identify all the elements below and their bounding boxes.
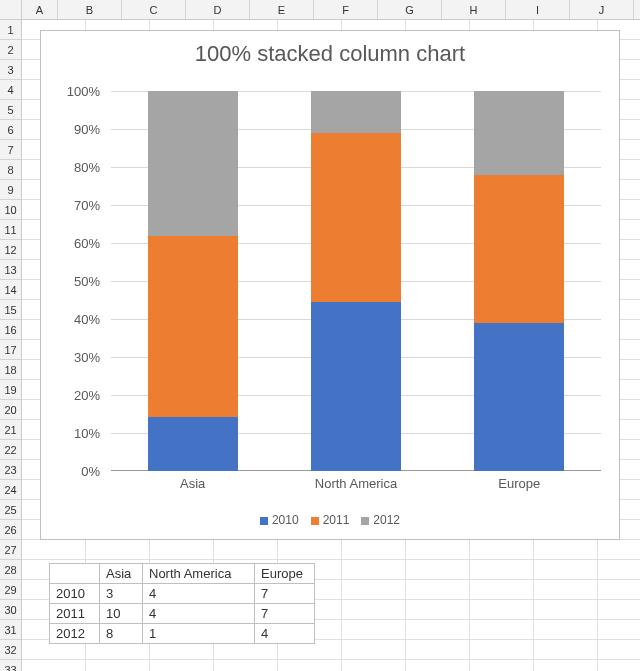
y-axis: 0%10%20%30%40%50%60%70%80%90%100% (41, 91, 106, 471)
y-tick-label: 90% (45, 122, 100, 137)
row-header-17[interactable]: 17 (0, 340, 21, 360)
legend-item-2012[interactable]: 2012 (361, 513, 400, 527)
bar-segment-2012[interactable] (148, 91, 238, 236)
row-header-6[interactable]: 6 (0, 120, 21, 140)
row-header-10[interactable]: 10 (0, 200, 21, 220)
row-header-13[interactable]: 13 (0, 260, 21, 280)
y-tick-label: 60% (45, 236, 100, 251)
legend-item-2010[interactable]: 2010 (260, 513, 299, 527)
legend-label: 2011 (323, 513, 350, 527)
row-header-1[interactable]: 1 (0, 20, 21, 40)
row-header-16[interactable]: 16 (0, 320, 21, 340)
row-label[interactable]: 2010 (50, 584, 100, 604)
row-header-22[interactable]: 22 (0, 440, 21, 460)
row-header-3[interactable]: 3 (0, 60, 21, 80)
cell[interactable]: 8 (100, 624, 143, 644)
row-header-27[interactable]: 27 (0, 540, 21, 560)
bar-segment-2010[interactable] (474, 323, 564, 471)
x-tick-label: Asia (111, 476, 274, 491)
y-tick-label: 30% (45, 350, 100, 365)
row-header-23[interactable]: 23 (0, 460, 21, 480)
cell[interactable]: 4 (255, 624, 315, 644)
cell[interactable]: 4 (143, 604, 255, 624)
legend-label: 2012 (373, 513, 400, 527)
cell[interactable]: 7 (255, 604, 315, 624)
column-header-C[interactable]: C (122, 0, 186, 19)
select-all-corner[interactable] (0, 0, 22, 19)
y-tick-label: 70% (45, 198, 100, 213)
bar-segment-2011[interactable] (311, 133, 401, 302)
cell[interactable]: 3 (100, 584, 143, 604)
cell[interactable]: 4 (143, 584, 255, 604)
plot-area (111, 91, 601, 471)
row-header-32[interactable]: 32 (0, 640, 21, 660)
bar-segment-2010[interactable] (148, 417, 238, 471)
row-header-24[interactable]: 24 (0, 480, 21, 500)
row-header-11[interactable]: 11 (0, 220, 21, 240)
bar-segment-2012[interactable] (311, 91, 401, 133)
row-header-12[interactable]: 12 (0, 240, 21, 260)
row-header-30[interactable]: 30 (0, 600, 21, 620)
table-header-blank[interactable] (50, 564, 100, 584)
y-tick-label: 10% (45, 426, 100, 441)
row-header-14[interactable]: 14 (0, 280, 21, 300)
table-header-north-america[interactable]: North America (143, 564, 255, 584)
row-header-9[interactable]: 9 (0, 180, 21, 200)
row-header-25[interactable]: 25 (0, 500, 21, 520)
row-header-8[interactable]: 8 (0, 160, 21, 180)
legend-swatch (260, 517, 268, 525)
column-header-F[interactable]: F (314, 0, 378, 19)
row-label[interactable]: 2012 (50, 624, 100, 644)
column-header-I[interactable]: I (506, 0, 570, 19)
table-header-asia[interactable]: Asia (100, 564, 143, 584)
bar-segment-2011[interactable] (148, 236, 238, 417)
column-header-H[interactable]: H (442, 0, 506, 19)
cell[interactable]: 10 (100, 604, 143, 624)
y-tick-label: 80% (45, 160, 100, 175)
row-header-21[interactable]: 21 (0, 420, 21, 440)
table-row: 2012 8 1 4 (50, 624, 315, 644)
column-headers: ABCDEFGHIJ (0, 0, 640, 20)
bar-group (148, 91, 238, 471)
column-header-E[interactable]: E (250, 0, 314, 19)
bar-segment-2011[interactable] (474, 175, 564, 323)
row-label[interactable]: 2011 (50, 604, 100, 624)
row-header-7[interactable]: 7 (0, 140, 21, 160)
legend-item-2011[interactable]: 2011 (311, 513, 350, 527)
row-header-2[interactable]: 2 (0, 40, 21, 60)
row-header-29[interactable]: 29 (0, 580, 21, 600)
bar-group (474, 91, 564, 471)
y-tick-label: 20% (45, 388, 100, 403)
data-table[interactable]: Asia North America Europe 2010 3 4 7 201… (49, 563, 315, 644)
column-header-A[interactable]: A (22, 0, 58, 19)
legend: 201020112012 (41, 513, 619, 527)
column-header-G[interactable]: G (378, 0, 442, 19)
column-header-J[interactable]: J (570, 0, 634, 19)
row-header-15[interactable]: 15 (0, 300, 21, 320)
x-tick-label: North America (274, 476, 437, 491)
table-row: 2011 10 4 7 (50, 604, 315, 624)
row-header-33[interactable]: 33 (0, 660, 21, 671)
bar-segment-2010[interactable] (311, 302, 401, 471)
legend-swatch (361, 517, 369, 525)
legend-swatch (311, 517, 319, 525)
table-header-europe[interactable]: Europe (255, 564, 315, 584)
y-tick-label: 0% (45, 464, 100, 479)
row-header-26[interactable]: 26 (0, 520, 21, 540)
row-header-19[interactable]: 19 (0, 380, 21, 400)
column-header-B[interactable]: B (58, 0, 122, 19)
cell[interactable]: 7 (255, 584, 315, 604)
y-tick-label: 100% (45, 84, 100, 99)
row-header-28[interactable]: 28 (0, 560, 21, 580)
bar-segment-2012[interactable] (474, 91, 564, 175)
row-header-20[interactable]: 20 (0, 400, 21, 420)
x-tick-label: Europe (438, 476, 601, 491)
chart-container[interactable]: 100% stacked column chart 0%10%20%30%40%… (40, 30, 620, 540)
y-tick-label: 50% (45, 274, 100, 289)
row-header-31[interactable]: 31 (0, 620, 21, 640)
column-header-D[interactable]: D (186, 0, 250, 19)
row-header-18[interactable]: 18 (0, 360, 21, 380)
cell[interactable]: 1 (143, 624, 255, 644)
row-header-4[interactable]: 4 (0, 80, 21, 100)
row-header-5[interactable]: 5 (0, 100, 21, 120)
